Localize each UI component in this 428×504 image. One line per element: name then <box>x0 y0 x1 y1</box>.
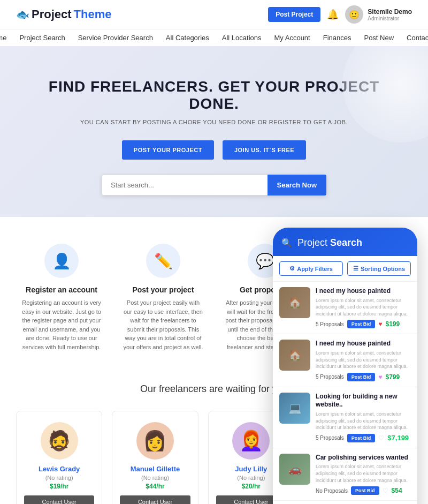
mobile-app-overlay: 🔍 Project Search ⚙ Apply Filters ☰ Sorti… <box>273 228 417 504</box>
user-role: Administrator <box>368 16 412 21</box>
freelancer-name-0: Lewis Grady <box>24 465 94 473</box>
project-desc-0: Lorem ipsum dolor sit amet, consectetur … <box>316 297 411 318</box>
post-bid-button-3[interactable]: Post Bid <box>351 486 379 495</box>
project-price-0: $199 <box>385 320 400 328</box>
project-item-3: 🚗 Car polishing services wanted Lorem ip… <box>273 448 417 501</box>
nav-item-all-categories[interactable]: All Categories <box>166 34 209 42</box>
heart-icon-2[interactable]: ♡ <box>378 434 384 442</box>
proposals-3: No Proposals <box>316 488 348 494</box>
project-info-0: I need my house painted Lorem ipsum dolo… <box>316 287 411 328</box>
hero-search-input[interactable] <box>102 175 268 195</box>
hero-search-bar: Search Now <box>102 175 326 195</box>
post-bid-button-0[interactable]: Post Bid <box>347 320 376 328</box>
heart-icon-3[interactable]: ♡ <box>383 487 388 494</box>
post-project-button[interactable]: Post Project <box>268 7 320 22</box>
hero-section: FIND FREELANCERS. GET YOUR PROJECT DONE.… <box>0 46 428 217</box>
nav-item-all-locations[interactable]: All Locations <box>222 34 262 42</box>
logo-theme: Theme <box>74 7 112 21</box>
project-thumb-2: 💻 <box>279 393 310 424</box>
nav-item-contact[interactable]: Contact us <box>407 34 428 42</box>
freelancers-grid: 🧔 Lewis Grady (No rating) $19/hr Contact… <box>16 411 294 504</box>
nav-item-project-search[interactable]: Project Search <box>19 34 65 42</box>
freelancer-avatar-1: 👩 <box>136 422 174 460</box>
main-nav: Home Project Search Service Provider Sea… <box>0 29 428 46</box>
sort-icon: ☰ <box>353 265 358 272</box>
header: 🐟 ProjectTheme Post Project 🔔 🙂 Sitemile… <box>0 0 428 29</box>
freelancer-card-1: 👩 Manuel Gillette (No rating) $44/hr Con… <box>112 411 198 504</box>
search-now-button[interactable]: Search Now <box>268 175 326 195</box>
filter-label: Apply Filters <box>297 266 333 272</box>
project-price-2: $7,199 <box>387 434 409 442</box>
project-item-1: 🏠 I need my house painted Lorem ipsum do… <box>273 334 417 387</box>
avatar-icon: 🙂 <box>349 10 360 20</box>
bell-icon[interactable]: 🔔 <box>327 9 339 20</box>
step-register-title: Register an account <box>21 285 102 294</box>
hero-subheadline: YOU CAN START BY POSTING A CHORE YOU NEE… <box>21 119 407 125</box>
contact-button-1[interactable]: Contact User <box>120 495 190 504</box>
sort-label: Sorting Options <box>361 266 405 272</box>
proposals-0: 5 Proposals <box>316 321 344 327</box>
project-info-3: Car polishing services wanted Lorem ipsu… <box>316 454 411 495</box>
project-meta-3: No Proposals Post Bid ♡ $54 <box>316 486 411 495</box>
logo-icon: 🐟 <box>16 8 29 21</box>
user-info: Sitemile Demo Administrator <box>368 8 412 21</box>
proposals-2: 5 Proposals <box>316 435 344 441</box>
project-title-0: I need my house painted <box>316 287 411 296</box>
hero-buttons: POST YOUR PROJECT JOIN US. IT`S FREE <box>21 140 407 160</box>
step-post-title: Post your project <box>123 285 203 294</box>
freelancer-name-1: Manuel Gillette <box>120 465 190 473</box>
project-item-2: 💻 Looking for building a new website.. L… <box>273 387 417 448</box>
sorting-options-button[interactable]: ☰ Sorting Options <box>347 261 411 276</box>
freelancer-avatar-2: 👩‍🦰 <box>232 422 270 460</box>
nav-item-finances[interactable]: Finances <box>323 34 351 42</box>
step-post: ✏️ Post your project Post your project e… <box>118 238 209 357</box>
user-name: Sitemile Demo <box>368 8 412 16</box>
nav-item-home[interactable]: Home <box>0 34 6 42</box>
apply-filters-button[interactable]: ⚙ Apply Filters <box>279 261 343 276</box>
freelancer-rating-0: (No rating) <box>24 475 94 481</box>
project-thumb-1: 🏠 <box>279 340 310 371</box>
post-icon: ✏️ <box>146 244 180 278</box>
project-info-2: Looking for building a new website.. Lor… <box>316 393 411 442</box>
heart-icon-0[interactable]: ♥ <box>378 320 382 328</box>
post-project-hero-button[interactable]: POST YOUR PROJECT <box>122 140 214 160</box>
project-title-1: I need my house painted <box>316 340 411 348</box>
contact-button-0[interactable]: Contact User <box>24 495 94 504</box>
project-thumb-3: 🚗 <box>279 454 310 485</box>
project-title-3: Car polishing services wanted <box>316 454 411 462</box>
project-price-1: $799 <box>385 373 400 381</box>
mobile-project-list: 🏠 I need my house painted Lorem ipsum do… <box>273 282 417 504</box>
project-item-4: 🏠 I need my house painted Lorem ipsum do… <box>273 501 417 504</box>
hero-headline: FIND FREELANCERS. GET YOUR PROJECT DONE. <box>21 78 407 112</box>
heart-icon-1[interactable]: ♥ <box>378 373 382 381</box>
freelancer-rating-1: (No rating) <box>120 475 190 481</box>
mobile-title: Project Search <box>297 237 362 249</box>
mobile-title-search: Search <box>330 237 362 248</box>
project-desc-1: Lorem ipsum dolor sit amet, consectetur … <box>316 350 411 370</box>
nav-item-my-account[interactable]: My Account <box>274 34 310 42</box>
project-meta-1: 5 Proposals Post Bid ♥ $799 <box>316 373 411 381</box>
mobile-search-icon: 🔍 <box>281 238 292 248</box>
mobile-header: 🔍 Project Search <box>273 228 417 256</box>
proposals-1: 5 Proposals <box>316 374 344 380</box>
project-title-2: Looking for building a new website.. <box>316 393 411 409</box>
nav-item-service-search[interactable]: Service Provider Search <box>78 34 153 42</box>
freelancer-avatar-0: 🧔 <box>41 422 78 460</box>
project-desc-2: Lorem ipsum dolor sit amet, consectetur … <box>316 411 411 431</box>
project-info-1: I need my house painted Lorem ipsum dolo… <box>316 340 411 381</box>
main-wrapper: 👤 Register an account Registering an acc… <box>0 217 428 504</box>
avatar: 🙂 <box>345 5 363 24</box>
post-bid-button-1[interactable]: Post Bid <box>347 373 376 381</box>
project-price-3: $54 <box>392 487 402 494</box>
project-meta-0: 5 Proposals Post Bid ♥ $199 <box>316 320 411 328</box>
join-us-button[interactable]: JOIN US. IT`S FREE <box>223 140 306 160</box>
step-register: 👤 Register an account Registering an acc… <box>16 238 107 357</box>
project-meta-2: 5 Proposals Post Bid ♡ $7,199 <box>316 434 411 442</box>
step-post-desc: Post your project easily with our easy t… <box>123 298 203 351</box>
filter-icon: ⚙ <box>289 265 295 272</box>
project-desc-3: Lorem ipsum dolor sit amet, consectetur … <box>316 463 411 484</box>
nav-item-post-new[interactable]: Post New <box>364 34 394 42</box>
project-thumb-0: 🏠 <box>279 287 310 318</box>
post-bid-button-2[interactable]: Post Bid <box>347 434 376 442</box>
user-group: 🙂 Sitemile Demo Administrator <box>345 5 412 24</box>
